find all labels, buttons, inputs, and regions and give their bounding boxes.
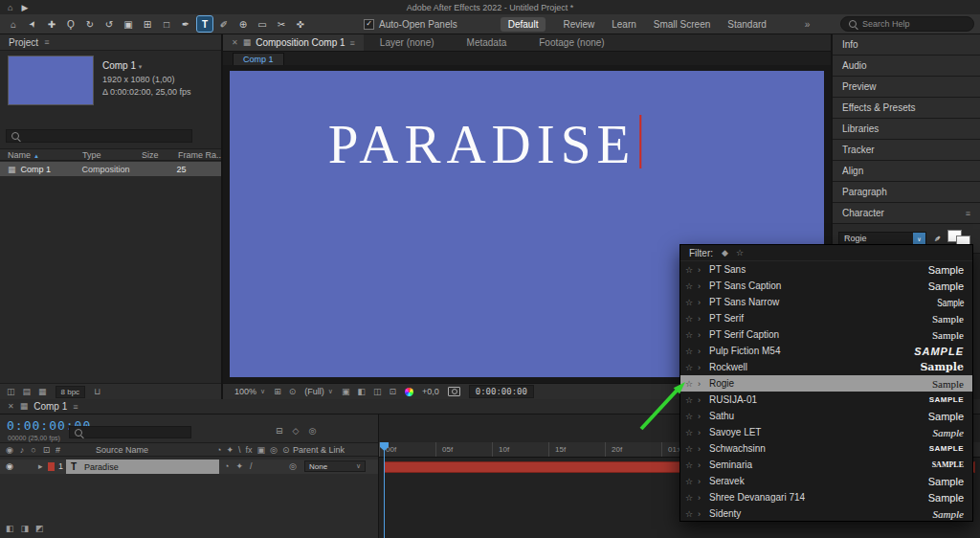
font-list-item[interactable]: Seravek Sample: [680, 473, 972, 489]
column-name[interactable]: Name: [8, 150, 31, 160]
video-eye-icon[interactable]: ◉: [6, 446, 13, 455]
favorite-star-icon[interactable]: [680, 444, 698, 454]
font-list-item[interactable]: PT Serif Caption Sample: [680, 326, 972, 343]
font-list-item[interactable]: PT Sans Caption Sample: [680, 278, 972, 294]
exposure-value[interactable]: +0,0: [422, 387, 439, 396]
workspace-default[interactable]: Default: [501, 17, 546, 32]
selection-tool-icon[interactable]: ➤: [22, 13, 43, 34]
column-source-name[interactable]: Source Name: [96, 445, 148, 455]
camera-tool-icon[interactable]: ▣: [121, 16, 136, 32]
font-list-item[interactable]: Savoye LET Sample: [680, 424, 972, 440]
font-list-item[interactable]: Sathu Sample: [680, 408, 972, 424]
layer-name-cell[interactable]: T Paradise: [66, 460, 219, 474]
panel-paragraph[interactable]: Paragraph: [833, 182, 980, 203]
threed-layer-icon[interactable]: ⊙: [282, 446, 290, 455]
graph-editor-icon[interactable]: ◎: [308, 427, 316, 436]
puppet-pin-tool-icon[interactable]: ✜: [293, 16, 308, 32]
favorite-star-icon[interactable]: [680, 330, 698, 340]
shape-tool-icon[interactable]: □: [159, 16, 174, 32]
resolution-select[interactable]: (Full)∨: [304, 387, 333, 396]
favorite-star-icon[interactable]: [680, 314, 698, 324]
quality-switch-icon[interactable]: ✦: [235, 462, 243, 471]
panel-character[interactable]: Character ≡: [833, 203, 980, 224]
eraser-tool-icon[interactable]: ▭: [255, 16, 270, 32]
rotate-tool-icon[interactable]: ↺: [101, 16, 117, 32]
snapshot-camera-icon[interactable]: [448, 387, 460, 396]
panel-menu-icon[interactable]: ≡: [966, 209, 970, 218]
font-list-item[interactable]: Schwachsinn SAMPLE: [680, 440, 972, 457]
shy-switch-icon[interactable]: ◔: [224, 462, 229, 471]
view-layout-icon[interactable]: ⊡: [389, 388, 396, 396]
project-search-input[interactable]: [6, 129, 192, 143]
current-time-display[interactable]: 0:00:00:00: [469, 385, 534, 398]
column-parent-link[interactable]: Parent & Link: [293, 445, 345, 455]
color-management-icon[interactable]: [405, 388, 413, 396]
lock-icon[interactable]: ⊡: [43, 446, 51, 455]
new-composition-icon[interactable]: ▦: [38, 388, 47, 396]
font-list-item[interactable]: PT Sans Narrow Sample: [680, 294, 972, 310]
bit-depth-button[interactable]: 8 bpc: [56, 386, 86, 398]
pickwhip-icon[interactable]: ◎: [289, 462, 297, 471]
close-icon[interactable]: ✕: [8, 402, 14, 411]
quality-icon[interactable]: \: [238, 446, 241, 455]
panel-menu-icon[interactable]: ≡: [44, 37, 49, 47]
column-size[interactable]: Size: [142, 150, 178, 160]
audio-icon[interactable]: ♪: [20, 446, 25, 455]
comp-thumbnail[interactable]: [8, 56, 94, 105]
home-tool-icon[interactable]: ⌂: [6, 16, 21, 32]
favorite-star-icon[interactable]: [680, 493, 698, 503]
mask-visibility-icon[interactable]: ⊙: [289, 388, 297, 396]
draft-3d-icon[interactable]: ◇: [293, 427, 300, 436]
expand-transfer-controls-icon[interactable]: ◨: [21, 525, 30, 533]
clone-stamp-tool-icon[interactable]: ⊕: [235, 16, 251, 32]
hand-tool-icon[interactable]: ✚: [44, 16, 59, 32]
viewer-tab-comp1[interactable]: Comp 1: [233, 53, 284, 65]
expander-icon[interactable]: ▸: [38, 462, 43, 471]
font-list-item[interactable]: Shree Devanagari 714 Sample: [680, 489, 972, 505]
selected-item-name[interactable]: Comp 1: [102, 60, 136, 71]
font-list-item[interactable]: PT Sans Sample: [680, 261, 972, 278]
timeline-search-input[interactable]: [69, 426, 191, 438]
trash-icon[interactable]: ⊔: [94, 388, 100, 396]
font-list-item[interactable]: RUSIJA-01 SAMPLE: [680, 392, 972, 408]
fx-switch-icon[interactable]: /: [250, 462, 253, 471]
favorite-star-icon[interactable]: [680, 363, 698, 372]
region-of-interest-icon[interactable]: ▣: [342, 388, 350, 396]
orbit-camera-tool-icon[interactable]: ↻: [82, 16, 98, 32]
favorite-star-icon[interactable]: [680, 298, 698, 307]
favorite-star-icon[interactable]: [680, 509, 698, 519]
magnification-select[interactable]: 100%∨: [234, 387, 265, 396]
parent-link-select[interactable]: None ∨: [304, 460, 366, 472]
motion-blur-icon[interactable]: ◎: [270, 446, 278, 455]
favorite-star-icon[interactable]: [680, 347, 698, 356]
panel-menu-icon[interactable]: ≡: [73, 402, 78, 412]
filter-favorites-icon[interactable]: ☆: [736, 249, 744, 258]
font-dropdown-button[interactable]: ∨: [913, 233, 925, 245]
expand-time-controls-icon[interactable]: ◩: [35, 525, 44, 533]
panel-audio[interactable]: Audio: [833, 56, 980, 77]
tab-composition[interactable]: ✕ ▦ Composition Comp 1 ≡: [223, 34, 364, 51]
favorite-star-icon[interactable]: [680, 281, 698, 291]
zoom-tool-icon[interactable]: Ϙ: [63, 16, 78, 32]
project-panel-title[interactable]: Project: [9, 37, 38, 48]
filter-type-icon[interactable]: ◆: [722, 249, 728, 258]
panel-menu-icon[interactable]: ≡: [350, 38, 355, 48]
help-search-input[interactable]: Search Help: [840, 16, 974, 32]
favorite-star-icon[interactable]: [680, 265, 698, 275]
font-list-item[interactable]: PT Serif Sample: [680, 310, 972, 326]
tab-layer[interactable]: Layer (none): [364, 37, 451, 48]
panel-preview[interactable]: Preview: [833, 77, 980, 98]
panel-tracker[interactable]: Tracker: [833, 140, 980, 161]
chevron-down-icon[interactable]: ▾: [139, 63, 143, 70]
expand-layer-switches-icon[interactable]: ◧: [6, 525, 14, 533]
brush-tool-icon[interactable]: ✐: [216, 16, 232, 32]
favorite-star-icon[interactable]: [680, 477, 698, 486]
panel-info[interactable]: Info: [833, 34, 980, 56]
font-list-item[interactable]: Pulp Fiction M54 SAMPLE: [680, 343, 972, 359]
table-row[interactable]: ▦ Comp 1 Composition 25: [0, 162, 221, 176]
roto-brush-tool-icon[interactable]: ✂: [274, 16, 289, 32]
font-list-item[interactable]: Sidenty Sample: [680, 505, 972, 522]
type-tool-icon[interactable]: T: [197, 16, 212, 32]
favorite-star-icon[interactable]: [680, 460, 698, 470]
close-icon[interactable]: ✕: [232, 38, 238, 47]
